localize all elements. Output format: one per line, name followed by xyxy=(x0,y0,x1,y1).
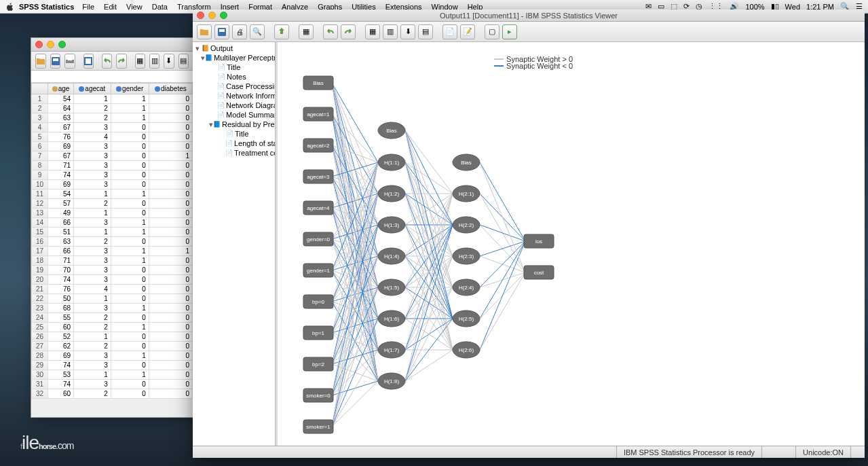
minimize-button[interactable] xyxy=(47,41,54,48)
table-row[interactable]: 2176400 xyxy=(32,285,193,294)
table-row[interactable]: 3174300 xyxy=(32,380,193,389)
table-row[interactable]: 3053110 xyxy=(32,370,193,380)
goto-case-button[interactable]: ▥ xyxy=(383,24,398,39)
traffic-lights[interactable] xyxy=(35,41,66,48)
goto-case-button[interactable]: ▦ xyxy=(135,54,145,69)
output-outline[interactable]: ▾📙Output ▾📘Multilayer Perceptron 📄Title📄… xyxy=(193,42,276,446)
minimize-button[interactable] xyxy=(208,12,216,19)
table-row[interactable]: 2560210 xyxy=(32,323,193,332)
table-row[interactable]: 2762200 xyxy=(32,342,193,351)
print-button[interactable] xyxy=(64,54,75,69)
column-header[interactable]: gender xyxy=(111,84,149,94)
menu-edit[interactable]: Edit xyxy=(104,3,117,11)
table-row[interactable]: 2074300 xyxy=(32,275,193,285)
table-row[interactable]: 363210 xyxy=(32,113,193,123)
column-header[interactable]: diabetes xyxy=(149,84,192,94)
table-row[interactable]: 154110 xyxy=(32,94,193,104)
data-editor-window[interactable]: ▦ ▥ ⬇ ▤ ageagecatgenderdiabetes 15411026… xyxy=(31,37,193,418)
select-last-button[interactable]: ▤ xyxy=(418,24,433,39)
table-row[interactable]: 2974300 xyxy=(32,361,193,370)
data-grid[interactable]: ageagecatgenderdiabetes 1541102642103632… xyxy=(31,83,193,399)
output-canvas[interactable]: Synaptic Weight > 0 Synaptic Weight < 0 … xyxy=(276,42,865,446)
outline-item[interactable]: Length of sta xyxy=(234,139,276,147)
outline-root[interactable]: Output xyxy=(210,44,233,52)
export-button[interactable] xyxy=(274,24,289,39)
table-row[interactable]: 1551110 xyxy=(32,228,193,237)
table-row[interactable]: 2455200 xyxy=(32,313,193,323)
outline-item[interactable]: Network Diagram xyxy=(226,101,276,109)
table-row[interactable]: 3260200 xyxy=(32,389,193,399)
recall-dialog-button[interactable] xyxy=(83,54,94,69)
undo-button[interactable] xyxy=(102,54,112,69)
menu-view[interactable]: View xyxy=(126,3,143,11)
designate-window-button[interactable]: ▢ xyxy=(485,24,499,39)
table-row[interactable]: 467300 xyxy=(32,123,193,132)
column-header[interactable]: age xyxy=(48,84,74,94)
variables-button[interactable]: ⬇ xyxy=(164,54,174,69)
svg-line-153 xyxy=(405,130,453,225)
menu-file[interactable]: File xyxy=(82,3,94,11)
undo-button[interactable] xyxy=(323,24,338,39)
recall-dialog-button[interactable]: ▦ xyxy=(299,24,314,39)
variables-button[interactable]: ⬇ xyxy=(400,24,415,39)
formula-bar[interactable] xyxy=(31,71,193,83)
redo-button[interactable] xyxy=(116,54,126,69)
table-row[interactable]: 1154110 xyxy=(32,190,193,199)
outline-resid[interactable]: Residual by Pred xyxy=(222,120,276,128)
table-row[interactable]: 767301 xyxy=(32,151,193,161)
table-row[interactable]: 2869310 xyxy=(32,351,193,361)
table-row[interactable]: 2368310 xyxy=(32,304,193,313)
insert-title-button[interactable]: 📝 xyxy=(460,24,475,39)
table-row[interactable]: 1766311 xyxy=(32,247,193,256)
table-row[interactable]: 2652100 xyxy=(32,332,193,342)
table-row[interactable]: 669300 xyxy=(32,142,193,151)
outline-item[interactable]: Title xyxy=(235,130,248,138)
table-row[interactable]: 871300 xyxy=(32,161,193,171)
close-button[interactable] xyxy=(197,12,204,19)
outline-item[interactable]: Model Summary xyxy=(226,111,276,119)
print-button[interactable]: 🖨 xyxy=(232,24,247,39)
column-header[interactable]: agecat xyxy=(74,84,111,94)
goto-data-button[interactable]: ▦ xyxy=(365,24,380,39)
open-button[interactable] xyxy=(197,24,212,39)
save-button[interactable] xyxy=(214,24,229,39)
outline-item[interactable]: Treatment co xyxy=(234,149,276,157)
table-row[interactable]: 1257200 xyxy=(32,199,193,209)
outline-item[interactable]: Title xyxy=(227,63,240,71)
outline-item[interactable]: Network Informa xyxy=(226,92,276,100)
insert-text-button[interactable]: 📄 xyxy=(442,24,457,39)
table-row[interactable]: 1466310 xyxy=(32,218,193,228)
svg-text:H(1:1): H(1:1) xyxy=(384,160,400,166)
traffic-lights[interactable] xyxy=(197,12,227,19)
outline-proc[interactable]: Multilayer Perceptron xyxy=(214,54,276,62)
table-row[interactable]: 1663200 xyxy=(32,237,193,247)
table-row[interactable]: 1349100 xyxy=(32,209,193,218)
output-viewer-window[interactable]: Output11 [Document11] - IBM SPSS Statist… xyxy=(193,10,865,458)
find-button[interactable]: ▤ xyxy=(178,54,189,69)
svg-text:Bias: Bias xyxy=(386,128,397,134)
viewer-titlebar[interactable]: Output11 [Document11] - IBM SPSS Statist… xyxy=(193,10,865,22)
close-button[interactable] xyxy=(35,41,43,48)
table-row[interactable]: 576400 xyxy=(32,132,193,142)
dataeditor-titlebar[interactable] xyxy=(31,38,193,52)
menu-data[interactable]: Data xyxy=(152,3,168,11)
table-row[interactable]: 974300 xyxy=(32,171,193,180)
redo-button[interactable] xyxy=(341,24,356,39)
goto-var-button[interactable]: ▥ xyxy=(149,54,159,69)
dataeditor-toolbar: ▦ ▥ ⬇ ▤ xyxy=(31,52,193,71)
open-button[interactable] xyxy=(35,54,46,69)
outline-item[interactable]: Notes xyxy=(227,73,246,81)
svg-text:H(2:6): H(2:6) xyxy=(459,347,474,353)
print-preview-button[interactable]: 🔍 xyxy=(250,24,265,39)
table-row[interactable]: 1970300 xyxy=(32,266,193,275)
table-row[interactable]: 1871310 xyxy=(32,256,193,266)
run-descriptives-button[interactable]: ▸ xyxy=(502,24,517,39)
zoom-button[interactable] xyxy=(220,12,227,19)
table-row[interactable]: 2250100 xyxy=(32,294,193,304)
table-row[interactable]: 264210 xyxy=(32,104,193,113)
table-row[interactable]: 1069300 xyxy=(32,180,193,190)
status-bar: IBM SPSS Statistics Processor is ready U… xyxy=(193,446,865,458)
save-button[interactable] xyxy=(50,54,60,69)
zoom-button[interactable] xyxy=(58,41,66,48)
outline-item[interactable]: Case Processing xyxy=(226,82,276,90)
